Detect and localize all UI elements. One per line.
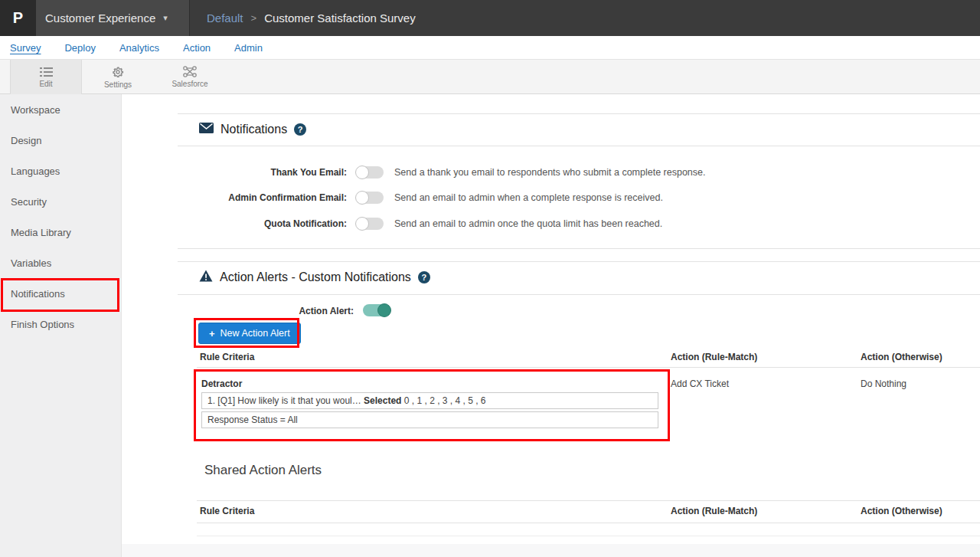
sidebar-item-media-library[interactable]: Media Library: [0, 217, 121, 247]
breadcrumb-current: Customer Satisfaction Survey: [264, 11, 416, 25]
app-window: P Customer Experience ▾ Default > Custom…: [0, 0, 980, 557]
column-header-action-rule-match: Action (Rule-Match): [671, 352, 757, 362]
settings-sidebar: Workspace Design Languages Security Medi…: [0, 94, 122, 557]
product-name: Customer Experience: [45, 11, 155, 25]
shared-column-header-action-rule-match: Action (Rule-Match): [671, 506, 757, 516]
tab-action[interactable]: Action: [183, 42, 211, 54]
divider: [178, 113, 980, 114]
tab-survey[interactable]: Survey: [10, 42, 41, 54]
admin-confirmation-email-label: Admin Confirmation Email:: [178, 192, 347, 203]
salesforce-connect-icon: [183, 66, 197, 77]
divider: [178, 261, 980, 262]
tab-analytics[interactable]: Analytics: [119, 42, 159, 54]
section-title: Action Alerts - Custom Notifications: [220, 270, 411, 284]
sidebar-item-finish-options[interactable]: Finish Options: [0, 309, 121, 339]
toolbar-edit[interactable]: Edit: [10, 60, 82, 94]
sidebar-item-notifications[interactable]: Notifications: [0, 278, 121, 309]
divider: [197, 367, 980, 368]
section-title: Notifications: [220, 123, 287, 136]
toolbar-salesforce[interactable]: Salesforce: [154, 60, 226, 94]
alert-rule-name: Detractor: [201, 378, 242, 389]
toolbar-settings[interactable]: Settings: [82, 60, 154, 94]
top-bar: P Customer Experience ▾ Default > Custom…: [0, 0, 980, 36]
thank-you-email-row: Thank You Email: Send a thank you email …: [178, 165, 980, 179]
quota-notification-toggle[interactable]: [356, 218, 384, 230]
secondary-toolbar: Edit Settings: [0, 60, 980, 94]
help-icon[interactable]: ?: [294, 123, 306, 136]
quota-notification-label: Quota Notification:: [178, 218, 347, 229]
thank-you-email-description: Send a thank you email to respondents wh…: [394, 167, 706, 178]
envelope-icon: [199, 123, 214, 136]
tab-deploy[interactable]: Deploy: [64, 42, 95, 54]
brand-logo-letter: P: [13, 9, 23, 27]
main-content: Notifications ? Thank You Email: Send a …: [122, 94, 980, 557]
action-alert-toggle[interactable]: [363, 304, 390, 316]
new-action-alert-button-label: New Action Alert: [220, 328, 290, 339]
edit-list-icon: [40, 67, 53, 77]
toolbar-settings-label: Settings: [104, 80, 132, 89]
toggle-knob: [377, 303, 391, 317]
divider: [197, 536, 980, 536]
toggle-knob: [355, 191, 369, 205]
divider: [178, 248, 980, 249]
notifications-section-header: Notifications ?: [199, 120, 306, 139]
toggle-knob: [355, 217, 369, 231]
product-switcher[interactable]: P Customer Experience ▾: [0, 0, 190, 36]
primary-nav: Survey Deploy Analytics Action Admin: [0, 36, 980, 60]
breadcrumb-separator-icon: >: [251, 12, 257, 24]
divider: [178, 146, 980, 146]
tab-admin[interactable]: Admin: [234, 42, 263, 54]
shared-column-header-rule-criteria: Rule Criteria: [200, 506, 254, 516]
divider: [197, 523, 980, 523]
quota-notification-row: Quota Notification: Send an email to adm…: [178, 217, 980, 231]
chevron-down-icon: ▾: [163, 13, 168, 23]
sidebar-item-design[interactable]: Design: [0, 125, 121, 156]
admin-confirmation-email-description: Send an email to admin when a complete r…: [394, 192, 663, 203]
warning-triangle-icon: [199, 270, 213, 285]
plus-icon: +: [209, 328, 215, 339]
shared-column-header-action-otherwise: Action (Otherwise): [861, 506, 942, 516]
brand-logo: P: [0, 0, 36, 36]
sidebar-item-security[interactable]: Security: [0, 186, 121, 217]
criteria-values: 0 , 1 , 2 , 3 , 4 , 5 , 6: [404, 395, 486, 406]
criteria-keyword: Selected: [364, 395, 401, 406]
sidebar-item-variables[interactable]: Variables: [0, 247, 121, 278]
criteria-response-status-text: Response Status = All: [207, 414, 298, 425]
breadcrumb: Default > Customer Satisfaction Survey: [207, 11, 416, 25]
admin-confirmation-email-row: Admin Confirmation Email: Send an email …: [178, 191, 980, 205]
action-alert-label: Action Alert:: [178, 306, 354, 316]
help-icon[interactable]: ?: [418, 271, 430, 283]
admin-confirmation-email-toggle[interactable]: [356, 192, 384, 204]
shared-action-alerts-title: Shared Action Alerts: [204, 463, 322, 478]
divider: [178, 294, 980, 295]
thank-you-email-label: Thank You Email:: [178, 167, 347, 178]
toolbar-salesforce-label: Salesforce: [172, 80, 207, 88]
column-header-action-otherwise: Action (Otherwise): [861, 352, 942, 362]
column-header-rule-criteria: Rule Criteria: [200, 352, 254, 362]
action-otherwise-value: Do Nothing: [861, 378, 906, 389]
rule-criteria-condition[interactable]: 1. [Q1] How likely is it that you woul… …: [201, 392, 658, 409]
rule-criteria-response-status[interactable]: Response Status = All: [201, 411, 658, 428]
sidebar-item-workspace[interactable]: Workspace: [0, 94, 121, 125]
toolbar-edit-label: Edit: [39, 80, 52, 88]
gear-icon: [112, 66, 124, 78]
breadcrumb-parent-link[interactable]: Default: [207, 11, 243, 25]
action-rule-match-value: Add CX Ticket: [671, 378, 729, 389]
sidebar-item-languages[interactable]: Languages: [0, 156, 121, 186]
quota-notification-description: Send an email to admin once the quota li…: [394, 218, 662, 229]
divider: [197, 500, 980, 501]
criteria-question-text: 1. [Q1] How likely is it that you woul…: [207, 395, 361, 406]
new-action-alert-button[interactable]: + New Action Alert: [198, 323, 301, 344]
action-alerts-section-header: Action Alerts - Custom Notifications ?: [199, 267, 430, 287]
toggle-knob: [355, 165, 369, 179]
thank-you-email-toggle[interactable]: [356, 166, 384, 179]
content-footer: [122, 544, 980, 557]
